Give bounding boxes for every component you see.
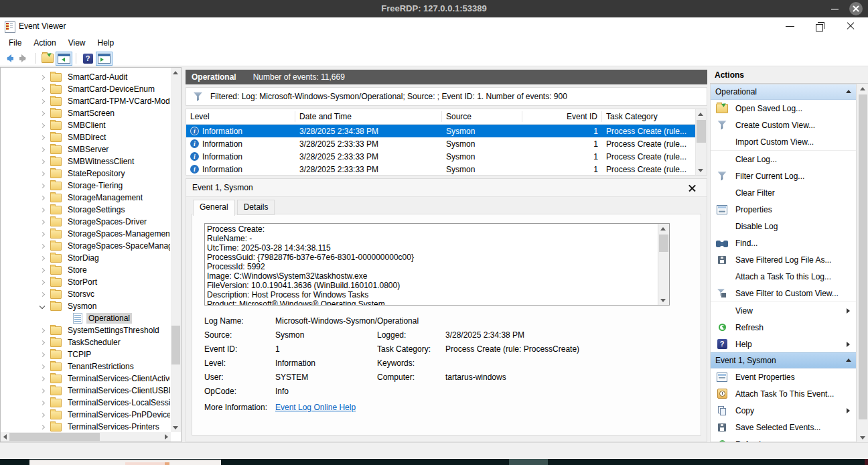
tab-details[interactable]: Details: [237, 200, 275, 215]
action-item[interactable]: Copy: [711, 402, 856, 419]
column-header-id[interactable]: Event ID: [522, 111, 602, 122]
close-button[interactable]: [841, 17, 861, 35]
chevron-right-icon[interactable]: [40, 219, 46, 225]
chevron-right-icon[interactable]: [40, 86, 46, 92]
restore-button[interactable]: [810, 17, 830, 35]
chevron-right-icon[interactable]: [40, 291, 46, 297]
table-row[interactable]: iInformation3/28/2025 2:33:33 PMSysmon1P…: [186, 150, 696, 163]
tree-item[interactable]: SmartCard-DeviceEnum: [1, 83, 170, 95]
tree-item[interactable]: Storage-Tiering: [1, 180, 170, 192]
tree-item[interactable]: StorageManagement: [1, 192, 170, 204]
open-saved-log-icon[interactable]: [42, 54, 54, 63]
chevron-right-icon[interactable]: [40, 400, 46, 406]
scroll-right-icon[interactable]: [165, 434, 168, 440]
action-item[interactable]: Clear Log...: [711, 150, 856, 168]
minimize-button[interactable]: [780, 17, 800, 35]
tree-item[interactable]: TerminalServices-PnPDevices: [1, 409, 170, 421]
tree-horizontal-scrollbar[interactable]: [1, 432, 171, 442]
action-item[interactable]: View: [711, 302, 856, 319]
scrollbar-thumb[interactable]: [171, 326, 180, 364]
tree-item[interactable]: Storsvc: [1, 288, 170, 300]
action-item[interactable]: Open Saved Log...: [711, 100, 856, 117]
scroll-up-icon[interactable]: [698, 113, 703, 116]
chevron-right-icon[interactable]: [40, 340, 46, 346]
actions-section-header[interactable]: Event 1, Sysmon: [711, 352, 856, 369]
chevron-right-icon[interactable]: [40, 183, 46, 189]
column-header-date[interactable]: Date and Time: [295, 111, 442, 122]
event-log-online-help-link[interactable]: Event Log Online Help: [275, 403, 356, 412]
action-item[interactable]: Refresh: [711, 436, 856, 442]
column-header-level[interactable]: Level: [186, 111, 295, 122]
chevron-right-icon[interactable]: [40, 412, 46, 418]
action-item[interactable]: Find...: [711, 235, 856, 251]
chevron-right-icon[interactable]: [40, 123, 46, 129]
rdp-minimize-icon[interactable]: [831, 9, 839, 10]
action-item[interactable]: Filter Current Log...: [711, 168, 856, 184]
chevron-right-icon[interactable]: [40, 231, 46, 237]
action-item[interactable]: Refresh: [711, 319, 856, 336]
scroll-up-icon[interactable]: [860, 87, 865, 90]
tree-item[interactable]: StateRepository: [1, 168, 170, 180]
action-item[interactable]: Clear Filter: [711, 184, 856, 201]
action-item[interactable]: Properties: [711, 201, 856, 218]
tab-general[interactable]: General: [193, 200, 235, 216]
tree-item[interactable]: StorPort: [1, 276, 170, 288]
action-item[interactable]: Save Selected Events...: [711, 419, 856, 436]
scroll-up-icon[interactable]: [660, 227, 666, 230]
scrollbar-thumb[interactable]: [659, 235, 668, 252]
action-item[interactable]: Disable Log: [711, 218, 856, 235]
event-description-box[interactable]: Process Create:RuleName: -UtcTime: 2025-…: [204, 223, 670, 306]
chevron-right-icon[interactable]: [40, 352, 46, 358]
chevron-down-icon[interactable]: [40, 304, 46, 310]
scroll-up-icon[interactable]: [173, 71, 178, 74]
scroll-left-icon[interactable]: [3, 434, 7, 440]
chevron-right-icon[interactable]: [40, 243, 46, 249]
tree-item[interactable]: SMBServer: [1, 143, 170, 155]
chevron-right-icon[interactable]: [40, 388, 46, 394]
tree-item[interactable]: TerminalServices-ClientActive: [1, 373, 170, 385]
action-pane-toggle[interactable]: [96, 52, 113, 66]
tree-item[interactable]: SMBWitnessClient: [1, 155, 170, 168]
tree-item[interactable]: StorageSpaces-SpaceManage: [1, 240, 170, 252]
tree-item[interactable]: TCPIP: [1, 348, 170, 360]
chevron-right-icon[interactable]: [40, 159, 46, 165]
column-header-source[interactable]: Source: [442, 111, 522, 122]
tree-item[interactable]: SystemSettingsThreshold: [1, 324, 170, 336]
chevron-right-icon[interactable]: [40, 376, 46, 382]
chevron-right-icon[interactable]: [40, 111, 46, 117]
collapse-icon[interactable]: [846, 358, 851, 362]
menu-file[interactable]: File: [3, 35, 27, 51]
menu-action[interactable]: Action: [27, 35, 62, 51]
chevron-right-icon[interactable]: [40, 255, 46, 261]
chevron-right-icon[interactable]: [40, 98, 46, 105]
tree-item[interactable]: StorageSettings: [1, 204, 170, 216]
back-arrow-icon[interactable]: [3, 54, 14, 63]
tree-item[interactable]: Operational: [1, 312, 170, 324]
chevron-right-icon[interactable]: [40, 279, 46, 285]
chevron-right-icon[interactable]: [40, 195, 46, 201]
chevron-right-icon[interactable]: [40, 171, 46, 177]
tree-item[interactable]: SmartCard-Audit: [1, 71, 170, 83]
scroll-down-icon[interactable]: [173, 426, 178, 429]
actions-section-header[interactable]: Operational: [711, 84, 856, 100]
table-row[interactable]: iInformation3/28/2025 2:33:33 PMSysmon1P…: [186, 137, 696, 150]
tree-item[interactable]: Sysmon: [1, 300, 170, 312]
scrollbar-thumb[interactable]: [697, 120, 706, 143]
tree-item[interactable]: TaskScheduler: [1, 336, 170, 348]
tree-item[interactable]: StorageSpaces-ManagementA: [1, 228, 170, 240]
action-item[interactable]: Save Filtered Log File As...: [711, 251, 856, 268]
textbox-vertical-scrollbar[interactable]: [658, 224, 669, 305]
chevron-right-icon[interactable]: [40, 147, 46, 153]
chevron-right-icon[interactable]: [40, 207, 46, 213]
menu-view[interactable]: View: [62, 35, 92, 51]
tree-item[interactable]: TerminalServices-Printers: [1, 421, 170, 431]
table-vertical-scrollbar[interactable]: [695, 109, 707, 175]
rdp-close-button[interactable]: [849, 2, 863, 15]
action-item[interactable]: ?Help: [711, 336, 856, 352]
console-tree-toggle[interactable]: [56, 52, 72, 66]
scroll-down-icon[interactable]: [698, 169, 703, 172]
tree-item[interactable]: SmartScreen: [1, 107, 170, 119]
chevron-right-icon[interactable]: [40, 328, 46, 334]
tree-vertical-scrollbar[interactable]: [171, 68, 181, 432]
scroll-down-icon[interactable]: [660, 299, 666, 302]
